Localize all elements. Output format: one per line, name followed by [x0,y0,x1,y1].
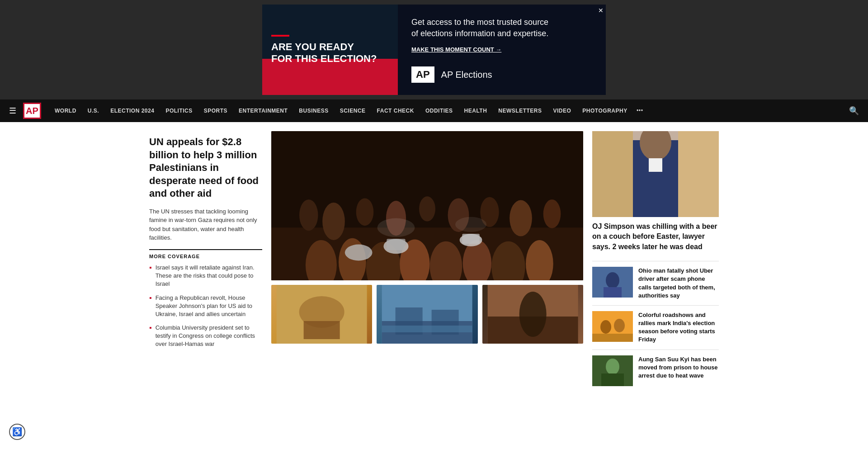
left-sidebar: UN appeals for $2.8 billion to help 3 mi… [149,131,262,392]
nav-more-icon[interactable]: ••• [634,107,646,114]
ad-left-panel: ARE YOU READY FOR THIS ELECTION? [262,5,398,95]
right-story-thumb-2 [592,311,633,342]
bottom-image-1[interactable] [271,285,372,344]
right-story-item-1[interactable]: Ohio man fatally shot Uber driver after … [592,261,719,305]
right-top-headline: OJ Simpson was chilling with a beer on a… [592,222,719,252]
svg-point-36 [519,292,546,337]
nav-item-newsletters[interactable]: NEWSLETTERS [494,108,546,114]
ad-description: Get access to the most trusted source of… [411,17,592,39]
svg-point-48 [600,320,611,334]
more-coverage-label: MORE COVERAGE [149,249,262,259]
right-story-thumb-3 [592,355,633,386]
nav-item-sports[interactable]: SPORTS [199,108,232,114]
coverage-item-3[interactable]: ▪ Columbia University president set to t… [149,324,262,349]
ad-elections-label: AP Elections [441,70,492,80]
svg-point-2 [299,199,318,231]
ad-content: ARE YOU READY FOR THIS ELECTION? Get acc… [262,5,606,95]
svg-point-25 [455,217,486,232]
ad-elections: AP AP Elections [411,66,592,83]
coverage-bullet-1: ▪ [149,263,152,288]
svg-rect-20 [387,239,405,250]
nav-item-election[interactable]: ELECTION 2024 [106,108,159,114]
right-sidebar: OJ Simpson was chilling with a beer on a… [592,131,719,392]
coverage-text-2: Facing a Republican revolt, House Speake… [156,294,262,319]
center-hero [271,131,583,392]
right-top-image [592,131,719,217]
ap-logo[interactable]: AP [23,103,41,119]
right-story-item-3[interactable]: Aung San Suu Kyi has been moved from pri… [592,350,719,392]
nav-item-photography[interactable]: PHOTOGRAPHY [578,108,632,114]
nav-item-entertainment[interactable]: ENTERTAINMENT [234,108,292,114]
coverage-text-3: Columbia University president set to tes… [156,324,262,349]
right-story-thumb-1 [592,267,633,298]
main-content: UN appeals for $2.8 billion to help 3 mi… [140,122,728,401]
ad-ap-logo: AP [411,66,434,83]
ad-cta-link[interactable]: MAKE THIS MOMENT COUNT → [411,46,592,53]
svg-rect-53 [601,373,624,386]
hero-crowd-image [271,131,583,280]
ad-banner: ARE YOU READY FOR THIS ELECTION? Get acc… [0,0,868,99]
svg-point-10 [543,199,561,228]
svg-point-6 [419,196,435,221]
bottom-images [271,285,583,344]
main-nav: ☰ AP WORLD U.S. ELECTION 2024 POLITICS S… [0,99,868,122]
svg-rect-50 [592,334,633,342]
coverage-bullet-3: ▪ [149,323,152,349]
main-story-summary: The UN stresses that tackling looming fa… [149,207,262,242]
bottom-image-3[interactable] [482,285,583,344]
svg-point-45 [606,272,619,288]
svg-rect-22 [462,234,480,244]
nav-item-politics[interactable]: POLITICS [161,108,197,114]
svg-rect-28 [304,321,340,339]
nav-item-health[interactable]: HEALTH [460,108,492,114]
svg-point-4 [356,198,374,226]
main-story-headline[interactable]: UN appeals for $2.8 billion to help 3 mi… [149,136,262,200]
right-story-text-2: Colorful roadshows and rallies mark Indi… [638,311,719,344]
ad-headline: ARE YOU READY FOR THIS ELECTION? [271,41,389,65]
search-icon[interactable]: 🔍 [849,106,859,116]
nav-item-us[interactable]: U.S. [83,108,104,114]
nav-item-video[interactable]: VIDEO [549,108,576,114]
nav-item-business[interactable]: BUSINESS [294,108,333,114]
ap-logo-text: AP [26,106,38,116]
ad-close-button[interactable]: ✕ [598,7,604,14]
coverage-text-1: Israel says it will retaliate against Ir… [156,264,262,288]
svg-rect-46 [604,287,622,298]
svg-point-49 [614,319,625,332]
nav-item-world[interactable]: WORLD [50,108,81,114]
svg-point-3 [322,203,345,240]
svg-point-52 [606,359,619,375]
coverage-bullet-2: ▪ [149,293,152,319]
svg-rect-42 [592,131,633,217]
svg-point-9 [509,200,532,236]
svg-rect-41 [649,158,662,172]
svg-rect-43 [678,131,719,217]
nav-item-factcheck[interactable]: FACT CHECK [373,108,419,114]
ad-right-panel: Get access to the most trusted source of… [398,5,606,95]
svg-point-24 [377,218,415,237]
right-top-story[interactable]: OJ Simpson was chilling with a beer on a… [592,131,719,252]
right-story-text-3: Aung San Suu Kyi has been moved from pri… [638,355,719,386]
hamburger-icon[interactable]: ☰ [9,106,16,116]
hero-image[interactable] [271,131,583,280]
svg-rect-33 [382,326,472,332]
coverage-item-2[interactable]: ▪ Facing a Republican revolt, House Spea… [149,294,262,319]
nav-item-oddities[interactable]: ODDITIES [421,108,458,114]
svg-point-23 [345,245,373,261]
nav-item-science[interactable]: SCIENCE [335,108,370,114]
bottom-image-2[interactable] [377,285,477,344]
coverage-item-1[interactable]: ▪ Israel says it will retaliate against … [149,264,262,288]
right-story-item-2[interactable]: Colorful roadshows and rallies mark Indi… [592,305,719,350]
ad-red-bar [271,35,289,37]
right-story-text-1: Ohio man fatally shot Uber driver after … [638,267,719,300]
